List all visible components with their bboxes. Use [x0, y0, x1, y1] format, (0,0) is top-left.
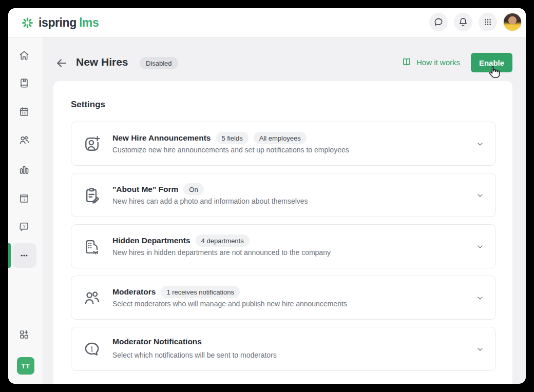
- card-new-hire-announcements[interactable]: New Hire Announcements 5 fields All empl…: [71, 122, 496, 166]
- sidebar-item-home[interactable]: [12, 43, 36, 68]
- card-title: New Hire Announcements: [112, 133, 211, 143]
- how-it-works-label: How it works: [416, 58, 460, 67]
- card-moderator-notifications[interactable]: i Moderator Notifications Select which n…: [71, 327, 496, 371]
- chevron-down-icon[interactable]: [476, 243, 484, 251]
- logo-burst-icon: [21, 16, 34, 30]
- bar-chart-icon: [18, 164, 30, 176]
- sidebar-item-reports[interactable]: [12, 158, 36, 182]
- enable-button[interactable]: Enable: [471, 53, 512, 72]
- app-body: i ?: [8, 37, 526, 384]
- logo-text: ispringlms: [39, 16, 99, 30]
- clipboard-edit-icon: [82, 185, 102, 206]
- svg-text:i: i: [24, 197, 25, 202]
- sidebar-item-help-chat[interactable]: ?: [12, 214, 36, 239]
- bell-icon: [457, 16, 469, 28]
- user-plus-icon: [82, 134, 102, 154]
- settings-heading: Settings: [71, 100, 105, 110]
- info-window-icon: i: [18, 192, 30, 205]
- back-arrow-icon: [55, 56, 68, 70]
- card-moderators[interactable]: Moderators 1 receives notifications Sele…: [71, 276, 496, 320]
- card-description: New hires can add a photo and informatio…: [112, 197, 308, 205]
- users-icon: [18, 134, 30, 146]
- card-about-me-form[interactable]: "About Me" Form On New hires can add a p…: [71, 173, 496, 217]
- card-badge: 5 fields: [216, 132, 249, 144]
- card-badge: 1 receives notifications: [161, 286, 240, 298]
- card-badge: On: [183, 183, 203, 195]
- app-window: ispringlms: [8, 8, 526, 384]
- card-description: New hires in hidden departments are not …: [112, 248, 331, 257]
- sidebar-item-calendar[interactable]: [12, 100, 36, 124]
- card-title: "About Me" Form: [112, 185, 178, 194]
- topbar-actions: [429, 13, 522, 31]
- card-description: Select which notifications will be sent …: [112, 351, 277, 359]
- settings-panel: Settings New Hire Announcements 5 fiel: [53, 81, 512, 384]
- svg-text:?: ?: [23, 224, 25, 229]
- sidebar-item-courses[interactable]: [12, 71, 36, 95]
- sidebar-item-info-pages[interactable]: i: [12, 186, 36, 211]
- info-bubble-icon: i: [82, 339, 102, 360]
- open-book-icon: [401, 56, 412, 68]
- chevron-down-icon[interactable]: [476, 191, 484, 200]
- chevron-down-icon[interactable]: [476, 140, 484, 148]
- chevron-down-icon[interactable]: [476, 294, 484, 302]
- sidebar-item-more[interactable]: [12, 243, 36, 268]
- book-icon: [18, 77, 30, 89]
- home-icon: [18, 49, 30, 62]
- svg-text:i: i: [91, 344, 93, 354]
- sidebar: i ?: [8, 37, 43, 384]
- status-badge: Disabled: [140, 57, 178, 69]
- card-hidden-departments[interactable]: Hidden Departments 4 departments New hir…: [71, 224, 496, 268]
- page-title: New Hires: [76, 56, 128, 68]
- sidebar-item-people[interactable]: [12, 128, 36, 152]
- card-title: Moderator Notifications: [112, 337, 202, 346]
- chat-icon: [433, 16, 444, 28]
- active-indicator: [8, 243, 11, 268]
- ellipsis-icon: [18, 249, 30, 262]
- notifications-button[interactable]: [454, 13, 472, 31]
- card-title: Hidden Departments: [112, 236, 190, 245]
- chevron-down-icon[interactable]: [476, 345, 484, 354]
- logo: ispringlms: [21, 8, 99, 37]
- hidden-building-icon: [82, 237, 102, 257]
- card-badge: 4 departments: [196, 234, 250, 247]
- card-description: Customize new hire announcements and set…: [112, 146, 349, 154]
- apps-grid-icon: [483, 17, 493, 27]
- topbar: ispringlms: [8, 8, 526, 37]
- grid-plus-icon: [18, 328, 30, 341]
- question-bubble-icon: ?: [18, 221, 30, 233]
- card-title: Moderators: [112, 287, 156, 297]
- card-badge: All employees: [254, 132, 307, 144]
- chat-button[interactable]: [429, 13, 448, 31]
- back-button[interactable]: [54, 56, 69, 70]
- calendar-icon: [18, 106, 30, 118]
- how-it-works-link[interactable]: How it works: [401, 56, 460, 68]
- workspace-avatar[interactable]: TT: [17, 357, 34, 375]
- apps-button[interactable]: [479, 13, 497, 31]
- card-description: Select moderators who will manage and pu…: [112, 300, 347, 308]
- main-content: New Hires Disabled How it works Enable: [43, 37, 526, 384]
- two-users-icon: [82, 288, 102, 308]
- sidebar-item-add-apps[interactable]: [12, 322, 36, 347]
- user-avatar[interactable]: [503, 13, 522, 31]
